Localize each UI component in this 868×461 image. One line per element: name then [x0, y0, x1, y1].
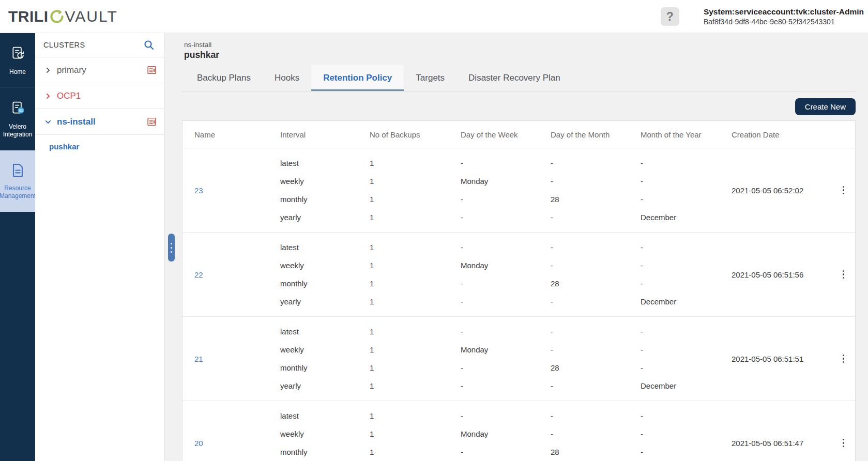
home-icon: [10, 45, 26, 64]
day-of-week-cell: -: [461, 377, 551, 395]
day-of-week-cell: -: [461, 154, 551, 172]
no-of-backups-cell: 1: [370, 274, 461, 293]
tab-disaster-recovery-plan[interactable]: Disaster Recovery Plan: [456, 65, 572, 91]
logo-text-trili: TRILI: [8, 8, 49, 25]
column-header-creation-date: Creation Date: [732, 130, 832, 139]
creation-date-cell: 2021-05-05 06:51:51: [732, 355, 832, 363]
tab-bar: Backup PlansHooksRetention PolicyTargets…: [182, 65, 856, 91]
table-row: 22latest1---weekly1Monday--monthly1-28-y…: [182, 232, 855, 316]
velero-icon: [10, 100, 26, 118]
policy-name-link[interactable]: 20: [194, 439, 280, 448]
tab-retention-policy[interactable]: Retention Policy: [311, 65, 404, 91]
day-of-month-cell: -: [551, 172, 641, 190]
day-of-month-cell: -: [551, 322, 641, 341]
month-of-year-cell: -: [641, 274, 732, 293]
policy-name-link[interactable]: 21: [194, 355, 280, 363]
clusters-panel-header: CLUSTERS: [35, 33, 164, 57]
row-actions-kebab-icon[interactable]: [839, 351, 849, 366]
no-of-backups-cell: 1: [370, 377, 461, 395]
top-bar: TRILI VAULT ? System:serviceaccount:tvk:…: [0, 0, 868, 33]
help-button[interactable]: ?: [661, 7, 679, 26]
month-of-year-cell: -: [641, 322, 732, 341]
month-of-year-cell: -: [641, 238, 732, 256]
license-icon: [147, 65, 157, 75]
column-header-day-of-the-week: Day of the Week: [461, 130, 551, 139]
day-of-week-cell: -: [461, 443, 551, 461]
month-of-year-cell: -: [641, 172, 732, 190]
cluster-name: OCP1: [57, 91, 157, 101]
breadcrumb: ns-install pushkar: [182, 33, 856, 60]
user-id: Baf8f34d-9df8-44be-9e80-52f342543301: [704, 18, 864, 26]
month-of-year-cell: December: [641, 377, 732, 395]
interval-cell: weekly: [280, 341, 370, 359]
month-of-year-cell: -: [641, 443, 732, 461]
interval-cell: latest: [280, 238, 370, 256]
no-of-backups-cell: 1: [370, 238, 461, 256]
policy-name-link[interactable]: 22: [194, 270, 280, 279]
sidebar-item-resource-management[interactable]: Resource Management: [0, 150, 35, 212]
interval-cell: monthly: [280, 274, 370, 293]
page-title: pushkar: [184, 50, 856, 60]
day-of-week-cell: -: [461, 359, 551, 377]
no-of-backups-cell: 1: [370, 425, 461, 443]
table-row: 20latest1---weekly1Monday--monthly1-28-y…: [182, 401, 855, 461]
cluster-item-primary[interactable]: primary: [35, 57, 164, 83]
tab-backup-plans[interactable]: Backup Plans: [185, 65, 263, 91]
day-of-month-cell: -: [551, 208, 641, 226]
day-of-week-cell: Monday: [461, 172, 551, 190]
chevron-right-icon: [44, 67, 52, 74]
column-header-day-of-the-month: Day of the Month: [551, 130, 641, 139]
interval-cell: latest: [280, 154, 370, 172]
month-of-year-cell: -: [641, 154, 732, 172]
clusters-panel: CLUSTERS primaryOCP1ns-installpushkar: [35, 33, 164, 461]
table-row: 23latest1---weekly1Monday--monthly1-28-y…: [182, 148, 855, 232]
no-of-backups-cell: 1: [370, 443, 461, 461]
day-of-month-cell: 28: [551, 359, 641, 377]
row-actions-kebab-icon[interactable]: [839, 436, 849, 451]
app-sidebar: HomeVelero IntegrationResource Managemen…: [0, 33, 35, 461]
interval-cell: yearly: [280, 293, 370, 311]
interval-cell: monthly: [280, 190, 370, 208]
day-of-week-cell: -: [461, 322, 551, 341]
namespace-item-pushkar[interactable]: pushkar: [35, 135, 164, 158]
day-of-month-cell: -: [551, 256, 641, 274]
row-actions-kebab-icon[interactable]: [839, 267, 849, 282]
creation-date-cell: 2021-05-05 06:51:56: [732, 270, 832, 279]
column-header-month-of-the-year: Month of the Year: [641, 130, 732, 139]
interval-cell: yearly: [280, 377, 370, 395]
panel-resize-handle[interactable]: [168, 234, 175, 262]
creation-date-cell: 2021-05-05 06:51:47: [732, 439, 832, 448]
sidebar-item-home[interactable]: Home: [0, 33, 35, 88]
toolbar: Create New: [182, 98, 856, 115]
search-icon[interactable]: [142, 38, 156, 52]
interval-cell: weekly: [280, 425, 370, 443]
license-icon: [147, 117, 157, 127]
month-of-year-cell: -: [641, 341, 732, 359]
resource-icon: [10, 163, 25, 180]
no-of-backups-cell: 1: [370, 172, 461, 190]
column-header-no-of-backups: No of Backups: [370, 130, 461, 139]
create-new-button[interactable]: Create New: [795, 98, 856, 115]
day-of-month-cell: -: [551, 293, 641, 311]
cluster-item-ocp1[interactable]: OCP1: [35, 83, 164, 109]
day-of-month-cell: -: [551, 407, 641, 425]
table-header-row: NameIntervalNo of BackupsDay of the Week…: [182, 121, 855, 148]
month-of-year-cell: December: [641, 293, 732, 311]
month-of-year-cell: -: [641, 190, 732, 208]
no-of-backups-cell: 1: [370, 293, 461, 311]
day-of-week-cell: -: [461, 407, 551, 425]
interval-cell: latest: [280, 322, 370, 341]
day-of-month-cell: -: [551, 238, 641, 256]
row-actions-kebab-icon[interactable]: [839, 183, 849, 198]
logo-circular-arrow-icon: [49, 9, 65, 24]
clusters-title: CLUSTERS: [43, 41, 142, 49]
day-of-month-cell: -: [551, 425, 641, 443]
tab-targets[interactable]: Targets: [404, 65, 456, 91]
tab-hooks[interactable]: Hooks: [263, 65, 311, 91]
triliovault-logo: TRILI VAULT: [8, 8, 118, 25]
interval-cell: latest: [280, 407, 370, 425]
day-of-month-cell: -: [551, 377, 641, 395]
policy-name-link[interactable]: 23: [194, 186, 280, 195]
cluster-item-ns-install[interactable]: ns-install: [35, 109, 164, 135]
sidebar-item-velero-integration[interactable]: Velero Integration: [0, 88, 35, 150]
